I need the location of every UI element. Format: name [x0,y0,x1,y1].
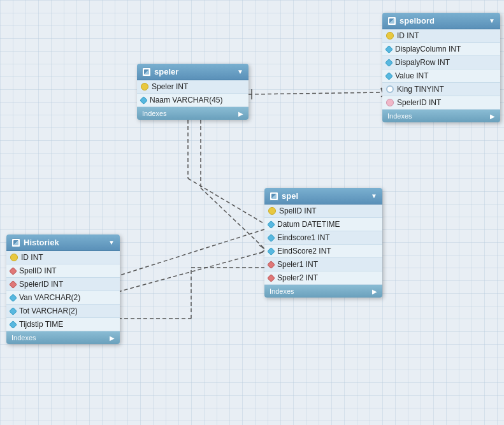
indexes-label: Indexes [142,110,167,117]
table-row: Tijdstip TIME [6,318,120,331]
svg-line-17 [118,252,264,292]
table-row: Speler INT [137,80,248,94]
indexes-row[interactable]: Indexes ▶ [264,285,382,298]
table-row: Datum DATETIME [264,218,382,231]
indexes-arrow: ▶ [238,110,243,117]
table-icon [270,192,278,201]
indexes-label: Indexes [270,287,294,295]
field-label: DisplayColumn INT [395,45,461,54]
field-label: EindScore2 INT [277,247,331,256]
circle-icon [386,85,394,93]
indexes-arrow: ▶ [490,113,495,120]
field-label: SpelerID INT [19,280,63,289]
table-row: SpelID INT [6,264,120,278]
svg-line-6 [188,178,274,229]
circle-pink-icon [386,99,394,106]
svg-line-10 [201,188,264,249]
fk-icon [267,274,275,282]
header-arrow: ▼ [371,192,377,199]
table-icon [11,238,20,247]
diamond-icon [140,96,148,104]
field-label: Naam VARCHAR(45) [150,96,222,104]
table-row: DispalyRow INT [382,56,500,69]
table-speler-header: speler ▼ [137,64,248,80]
field-label: SpelID INT [279,206,317,215]
table-row: Speler2 INT [264,271,382,285]
field-label: Tot VARCHAR(2) [19,306,78,315]
table-historiek-body: ID INT SpelID INT SpelerID INT Van VARCH… [6,251,120,331]
table-row: SpelID INT [264,205,382,218]
table-spel-title: spel [282,191,298,201]
diamond-icon [9,294,17,302]
field-label: DispalyRow INT [395,58,450,67]
field-label: Datum DATETIME [277,220,340,229]
table-speler-title: speler [154,67,178,76]
table-row: Eindscore1 INT [264,231,382,245]
table-spelbord[interactable]: spelbord ▼ ID INT DisplayColumn INT Disp… [382,13,500,122]
fk-icon [9,280,17,289]
svg-line-13 [118,229,264,276]
table-speler[interactable]: speler ▼ Speler INT Naam VARCHAR(45) Ind… [137,64,248,120]
indexes-arrow: ▶ [372,288,377,295]
indexes-row[interactable]: Indexes ▶ [137,107,248,120]
table-row: King TINYINT [382,83,500,96]
diamond-icon [9,321,17,329]
diamond-icon [385,72,393,80]
table-spelbord-title: spelbord [400,16,435,25]
diamond-icon [9,307,17,315]
table-spelbord-body: ID INT DisplayColumn INT DispalyRow INT … [382,29,500,110]
header-arrow: ▼ [237,68,243,75]
table-icon [142,68,151,76]
table-row: Speler1 INT [264,258,382,271]
table-row: Van VARCHAR(2) [6,291,120,305]
field-label: ID INT [397,31,419,40]
indexes-row[interactable]: Indexes ▶ [6,331,120,344]
svg-line-0 [248,92,382,94]
field-label: ID INT [21,253,43,262]
indexes-label: Indexes [11,334,36,342]
key-icon [10,254,18,261]
field-label: Van VARCHAR(2) [19,293,80,302]
table-row: Tot VARCHAR(2) [6,305,120,318]
key-icon [386,32,394,40]
diamond-icon [267,247,275,256]
table-historiek[interactable]: Historiek ▼ ID INT SpelID INT SpelerID I… [6,234,120,344]
table-spel[interactable]: spel ▼ SpelID INT Datum DATETIME Eindsco… [264,188,382,298]
indexes-arrow: ▶ [110,335,115,342]
fk-icon [267,261,275,269]
fk-icon [9,267,17,275]
field-label: Speler2 INT [277,273,318,282]
table-row: SpelerID INT [382,96,500,110]
table-row: SpelerID INT [6,278,120,291]
table-row: ID INT [6,251,120,264]
indexes-row[interactable]: Indexes ▶ [382,110,500,122]
key-icon [268,207,276,215]
field-label: Speler INT [152,82,188,91]
header-arrow: ▼ [489,17,495,24]
table-historiek-header: Historiek ▼ [6,234,120,251]
table-speler-body: Speler INT Naam VARCHAR(45) [137,80,248,107]
field-label: SpelerID INT [397,98,441,107]
diamond-icon [385,45,393,54]
table-historiek-title: Historiek [24,238,59,247]
table-spel-body: SpelID INT Datum DATETIME Eindscore1 INT… [264,205,382,285]
header-arrow: ▼ [108,239,115,246]
table-row: ID INT [382,29,500,43]
diamond-icon [385,59,393,67]
field-label: Eindscore1 INT [277,233,330,242]
indexes-label: Indexes [387,112,412,120]
field-label: SpelID INT [19,266,57,275]
table-row: Naam VARCHAR(45) [137,94,248,107]
diagram-canvas: speler ▼ Speler INT Naam VARCHAR(45) Ind… [0,0,504,425]
field-label: Tijdstip TIME [19,320,63,329]
field-label: Value INT [395,71,428,80]
key-icon [141,83,148,90]
field-label: Speler1 INT [277,260,318,269]
diamond-icon [267,234,275,242]
table-row: EindScore2 INT [264,245,382,258]
table-spelbord-header: spelbord ▼ [382,13,500,29]
table-row: Value INT [382,69,500,83]
table-row: DisplayColumn INT [382,43,500,56]
table-icon [387,17,396,25]
table-spel-header: spel ▼ [264,188,382,205]
